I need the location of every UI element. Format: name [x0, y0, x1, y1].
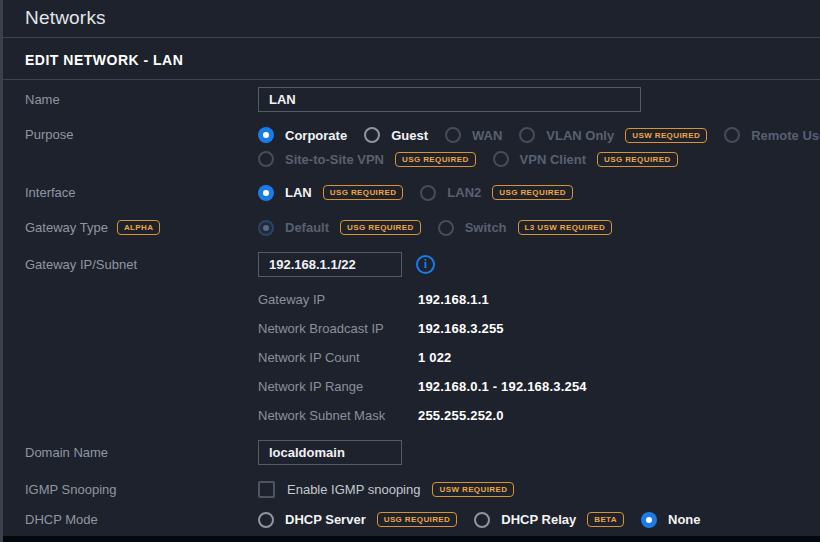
interface-label: Interface	[3, 185, 258, 200]
bottom-bar	[0, 536, 820, 542]
name-row: Name	[3, 80, 820, 118]
interface-row: Interface LAN USG REQUIRED LAN2 USG REQU…	[3, 175, 820, 210]
radio-disabled-icon	[258, 151, 274, 167]
badge-usw-required: USW REQUIRED	[432, 482, 514, 497]
info-row-ip-count: Network IP Count 1 022	[258, 343, 820, 372]
radio-icon	[258, 512, 274, 528]
radio-disabled-icon	[493, 151, 509, 167]
dhcp-mode-row: DHCP Mode DHCP Server USG REQUIRED DHCP …	[3, 504, 820, 535]
name-label: Name	[3, 92, 258, 107]
page-header: Networks	[3, 0, 820, 29]
name-input[interactable]	[258, 87, 641, 112]
gateway-ip-label: Gateway IP/Subnet	[3, 257, 258, 272]
info-value: 1 022	[418, 350, 452, 365]
igmp-row: IGMP Snooping Enable IGMP snooping USW R…	[3, 474, 820, 504]
radio-dhcp-relay[interactable]: DHCP Relay BETA	[474, 512, 624, 528]
option-label: Remote User VPN	[751, 128, 820, 143]
radio-selected-icon	[258, 185, 274, 201]
info-icon[interactable]: i	[416, 255, 435, 274]
badge-usw-required: USW REQUIRED	[625, 128, 707, 143]
radio-gateway-default: Default USG REQUIRED	[258, 220, 421, 236]
info-row-broadcast-ip: Network Broadcast IP 192.168.3.255	[258, 314, 820, 343]
radio-dhcp-server[interactable]: DHCP Server USG REQUIRED	[258, 512, 457, 528]
badge-usg-required: USG REQUIRED	[395, 152, 476, 167]
radio-selected-icon	[258, 127, 274, 143]
option-label: Corporate	[285, 128, 347, 143]
radio-interface-lan2: LAN2 USG REQUIRED	[420, 185, 573, 201]
option-label: Guest	[391, 128, 428, 143]
badge-usg-required: USG REQUIRED	[597, 152, 678, 167]
info-label: Network Subnet Mask	[258, 408, 418, 423]
purpose-row: Purpose Corporate Guest WAN VLAN Only	[3, 118, 820, 175]
option-label: Site-to-Site VPN	[285, 152, 384, 167]
option-label: DHCP Server	[285, 512, 366, 527]
info-value: 255.255.252.0	[418, 408, 504, 423]
gateway-type-label-text: Gateway Type	[25, 220, 108, 235]
radio-purpose-wan: WAN	[445, 127, 502, 143]
option-label: Switch	[465, 220, 507, 235]
radio-dhcp-none[interactable]: None	[641, 512, 701, 528]
option-label: Default	[285, 220, 329, 235]
network-info-table: Gateway IP 192.168.1.1 Network Broadcast…	[3, 283, 820, 430]
radio-purpose-site-to-site-vpn: Site-to-Site VPN USG REQUIRED	[258, 151, 476, 167]
option-label: VPN Client	[520, 152, 586, 167]
info-label: Network IP Count	[258, 350, 418, 365]
radio-gateway-switch: Switch L3 USW REQUIRED	[438, 220, 613, 236]
purpose-label: Purpose	[3, 123, 258, 147]
badge-beta: BETA	[587, 512, 624, 527]
badge-alpha: ALPHA	[117, 220, 161, 235]
radio-purpose-guest[interactable]: Guest	[364, 127, 428, 143]
radio-purpose-remote-user-vpn: Remote User VPN USG REQUIRED	[724, 127, 820, 143]
radio-selected-icon	[641, 512, 657, 528]
option-label: LAN	[285, 185, 312, 200]
info-label: Gateway IP	[258, 292, 418, 307]
domain-name-input[interactable]	[258, 440, 402, 465]
info-value: 192.168.0.1 - 192.168.3.254	[418, 379, 587, 394]
domain-name-label: Domain Name	[3, 445, 258, 460]
badge-usg-required: USG REQUIRED	[340, 220, 421, 235]
badge-usg-required: USG REQUIRED	[323, 185, 404, 200]
section-title: EDIT NETWORK - LAN	[25, 52, 820, 68]
igmp-label: IGMP Snooping	[3, 482, 258, 497]
info-value: 192.168.1.1	[418, 292, 489, 307]
domain-name-row: Domain Name	[3, 430, 820, 474]
option-label: DHCP Relay	[501, 512, 576, 527]
dhcp-mode-label: DHCP Mode	[3, 512, 258, 527]
radio-icon	[364, 127, 380, 143]
gateway-ip-row: Gateway IP/Subnet i	[3, 245, 820, 283]
radio-selected-disabled-icon	[258, 220, 274, 236]
radio-disabled-icon	[445, 127, 461, 143]
badge-usg-required: USG REQUIRED	[377, 512, 458, 527]
option-label: VLAN Only	[546, 128, 614, 143]
radio-disabled-icon	[724, 127, 740, 143]
radio-disabled-icon	[519, 127, 535, 143]
badge-usg-required: USG REQUIRED	[492, 185, 573, 200]
checkbox-label: Enable IGMP snooping	[287, 482, 420, 497]
info-value: 192.168.3.255	[418, 321, 504, 336]
gateway-type-row: Gateway Type ALPHA Default USG REQUIRED …	[3, 210, 820, 245]
info-row-gateway-ip: Gateway IP 192.168.1.1	[258, 285, 820, 314]
gateway-type-label: Gateway Type ALPHA	[3, 220, 258, 235]
radio-purpose-corporate[interactable]: Corporate	[258, 127, 347, 143]
info-label: Network IP Range	[258, 379, 418, 394]
info-label: Network Broadcast IP	[258, 321, 418, 336]
radio-disabled-icon	[420, 185, 436, 201]
radio-icon	[474, 512, 490, 528]
radio-purpose-vlan-only: VLAN Only USW REQUIRED	[519, 127, 707, 143]
option-label: None	[668, 512, 701, 527]
info-row-ip-range: Network IP Range 192.168.0.1 - 192.168.3…	[258, 372, 820, 401]
igmp-checkbox-option[interactable]: Enable IGMP snooping USW REQUIRED	[258, 481, 514, 498]
radio-purpose-vpn-client: VPN Client USG REQUIRED	[493, 151, 678, 167]
section-header: EDIT NETWORK - LAN	[3, 38, 820, 79]
gateway-ip-input[interactable]	[258, 252, 402, 277]
option-label: LAN2	[447, 185, 481, 200]
purpose-options: Corporate Guest WAN VLAN Only USW REQUIR…	[258, 123, 820, 171]
radio-disabled-icon	[438, 220, 454, 236]
checkbox-unchecked-icon	[258, 481, 275, 498]
networks-page: Networks EDIT NETWORK - LAN Name Purpose…	[3, 0, 820, 535]
badge-l3-usw-required: L3 USW REQUIRED	[518, 220, 613, 235]
radio-interface-lan[interactable]: LAN USG REQUIRED	[258, 185, 403, 201]
page-title: Networks	[25, 7, 820, 29]
info-row-subnet-mask: Network Subnet Mask 255.255.252.0	[258, 401, 820, 430]
option-label: WAN	[472, 128, 502, 143]
